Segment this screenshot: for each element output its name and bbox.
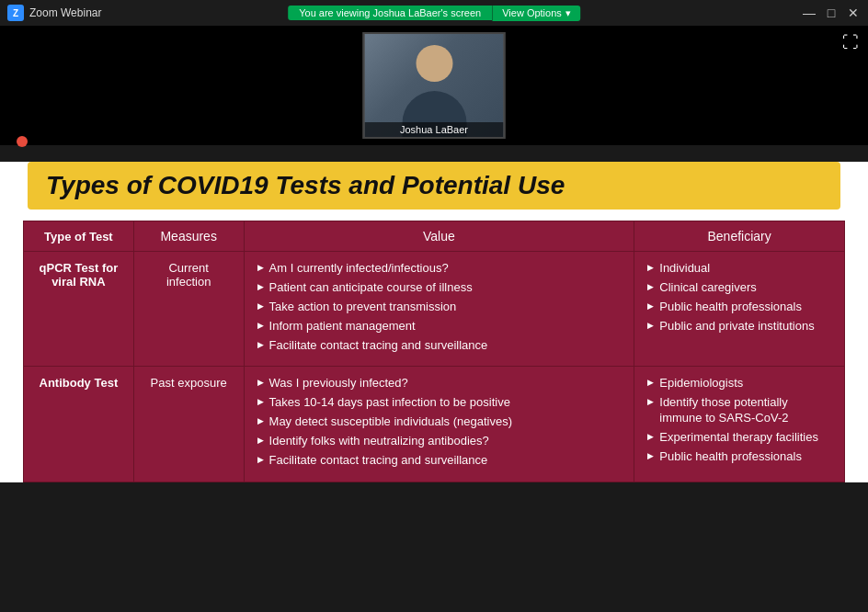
list-item: Public health professionals [647, 449, 831, 465]
row2-value-list: Was I previously infected? Takes 10-14 d… [257, 376, 622, 468]
covid-table: Type of Test Measures Value Beneficiary … [23, 221, 845, 482]
fullscreen-button[interactable]: ⛶ [842, 33, 859, 52]
app-title: Zoom Webinar [29, 6, 101, 19]
list-item: Was I previously infected? [257, 376, 622, 391]
row1-value-list: Am I currently infected/infectious? Pati… [257, 261, 622, 353]
list-item: Inform patient management [257, 319, 622, 334]
screen-share-label: You are viewing Joshua LaBaer's screen [288, 6, 492, 20]
screen-share-indicator: You are viewing Joshua LaBaer's screen V… [288, 6, 580, 21]
title-bar: Z Zoom Webinar You are viewing Joshua La… [0, 0, 868, 26]
list-item: Takes 10-14 days past infection to be po… [257, 395, 622, 411]
list-item: Experimental therapy facilities [647, 430, 831, 446]
list-item: Facilitate contact tracing and surveilla… [257, 453, 622, 469]
zoom-icon: Z [7, 5, 24, 21]
maximize-button[interactable]: □ [824, 6, 839, 20]
close-button[interactable]: ✕ [846, 6, 861, 20]
list-item: Public health professionals [647, 300, 831, 315]
header-type: Type of Test [24, 221, 134, 252]
list-item: Clinical caregivers [647, 280, 831, 296]
slide-title: Types of COVID19 Tests and Potential Use [46, 171, 565, 199]
row1-measure: Current infection [133, 252, 244, 367]
window-controls: — □ ✕ [802, 6, 861, 20]
row2-value: Was I previously infected? Takes 10-14 d… [244, 367, 634, 482]
list-item: Individual [647, 261, 831, 277]
speaker-video: Joshua LaBaer [363, 32, 506, 139]
speaker-name: Joshua LaBaer [365, 122, 504, 137]
table-row: qPCR Test for viral RNA Current infectio… [24, 252, 845, 367]
row1-measure-label: Current infection [166, 261, 211, 289]
row1-beneficiary-list: Individual Clinical caregivers Public he… [647, 261, 831, 334]
list-item: Facilitate contact tracing and surveilla… [257, 338, 622, 354]
row1-type: qPCR Test for viral RNA [24, 252, 134, 367]
row2-beneficiary-list: Epidemiologists Identify those potential… [647, 376, 831, 464]
row2-measure: Past exposure [133, 367, 244, 482]
list-item: Identify folks with neutralizing antibod… [257, 434, 622, 449]
chevron-down-icon: ▾ [565, 7, 571, 19]
list-item: Identify those potentially immune to SAR… [647, 395, 831, 426]
row2-beneficiary: Epidemiologists Identify those potential… [634, 367, 845, 482]
row1-type-label: qPCR Test for viral RNA [40, 261, 119, 289]
view-options-button[interactable]: View Options ▾ [492, 6, 580, 21]
list-item: Public and private institutions [647, 319, 831, 334]
header-measure: Measures [133, 221, 244, 252]
list-item: May detect susceptible individuals (nega… [257, 414, 622, 430]
slide-title-bar: Types of COVID19 Tests and Potential Use [28, 162, 840, 210]
video-area: Joshua LaBaer ⛶ [0, 26, 868, 145]
header-value: Value [244, 221, 634, 252]
record-indicator [17, 136, 28, 147]
list-item: Am I currently infected/infectious? [257, 261, 622, 277]
slide-area: Types of COVID19 Tests and Potential Use… [0, 162, 868, 482]
table-row: Antibody Test Past exposure Was I previo… [24, 367, 845, 482]
view-options-label: View Options [502, 7, 562, 18]
row1-beneficiary: Individual Clinical caregivers Public he… [634, 252, 845, 367]
table-header-row: Type of Test Measures Value Beneficiary [24, 221, 845, 252]
title-bar-left: Z Zoom Webinar [7, 5, 101, 21]
row2-type: Antibody Test [24, 367, 134, 482]
minimize-button[interactable]: — [802, 6, 817, 20]
row1-value: Am I currently infected/infectious? Pati… [244, 252, 634, 367]
list-item: Patient can anticipate course of illness [257, 280, 622, 296]
row2-type-label: Antibody Test [40, 376, 119, 390]
list-item: Epidemiologists [647, 376, 831, 391]
speaker-head [416, 45, 452, 82]
row2-measure-label: Past exposure [151, 376, 227, 390]
list-item: Take action to prevent transmission [257, 300, 622, 315]
header-beneficiary: Beneficiary [634, 221, 845, 252]
